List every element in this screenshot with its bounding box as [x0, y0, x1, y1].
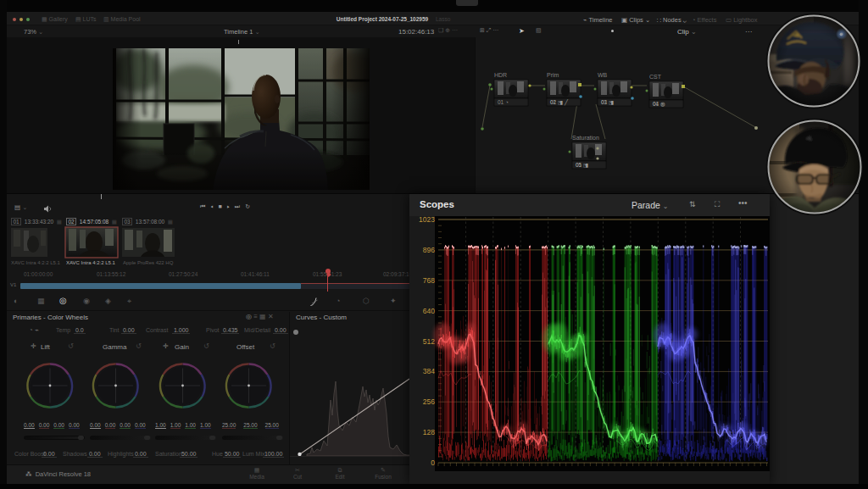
- svg-text:0: 0: [431, 458, 435, 467]
- svg-text:HDR: HDR: [494, 72, 507, 78]
- svg-text:768: 768: [423, 276, 435, 285]
- svg-text:512: 512: [423, 337, 435, 346]
- svg-text:04 ◍: 04 ◍: [653, 101, 665, 107]
- svg-text:05 ◨: 05 ◨: [576, 162, 588, 168]
- svg-text:WB: WB: [598, 72, 608, 78]
- svg-text:Prim: Prim: [547, 72, 559, 78]
- svg-text:896: 896: [423, 246, 435, 254]
- svg-text:1023: 1023: [419, 216, 435, 224]
- svg-text:03 ◨: 03 ◨: [601, 99, 614, 105]
- svg-text:128: 128: [423, 428, 435, 436]
- svg-text:Saturation: Saturation: [572, 135, 599, 141]
- svg-text:256: 256: [423, 397, 435, 406]
- svg-text:384: 384: [423, 367, 435, 375]
- svg-text:01 ◔: 01 ◔: [498, 99, 509, 105]
- svg-text:02 ◨ ╱: 02 ◨ ╱: [550, 98, 569, 106]
- svg-text:640: 640: [423, 307, 435, 315]
- svg-text:CST: CST: [649, 74, 662, 80]
